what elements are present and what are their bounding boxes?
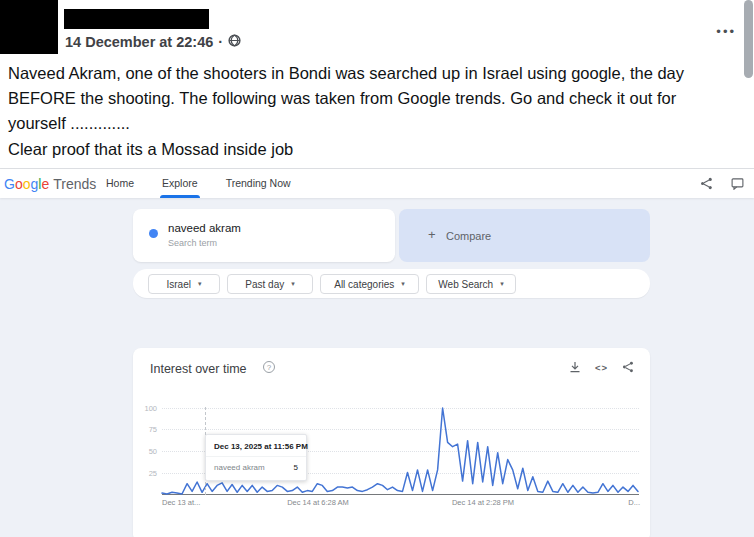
y-tick-label: 50 [135, 447, 157, 456]
nav-home[interactable]: Home [92, 169, 148, 198]
x-tick-label: D... [628, 498, 640, 507]
meta-separator: · [218, 34, 223, 50]
trends-header: Google Trends Home Explore Trending Now [0, 169, 754, 198]
feedback-icon[interactable] [731, 177, 744, 190]
filter-region-dropdown[interactable]: Israel ▾ [148, 274, 220, 294]
share-icon[interactable] [622, 361, 634, 373]
plus-icon: + [428, 227, 436, 242]
post-text-line: BEFORE the shooting. The following was t… [8, 86, 740, 111]
chevron-down-icon: ▾ [401, 280, 405, 288]
trends-body: naveed akram Search term + Compare Israe… [0, 198, 754, 537]
filter-time-dropdown[interactable]: Past day ▾ [227, 274, 313, 294]
tooltip-term: naveed akram [214, 463, 265, 472]
logo-product-name: Trends [53, 176, 96, 192]
help-icon[interactable]: ? [263, 361, 275, 373]
chevron-down-icon: ▾ [291, 280, 295, 288]
post-timestamp[interactable]: 14 December at 22:46 [65, 34, 213, 50]
tooltip-date: Dec 13, 2025 at 11:56 PM [206, 435, 306, 457]
avatar[interactable] [0, 0, 58, 54]
nav-explore-label: Explore [162, 177, 198, 189]
chart-card-icons: <> [569, 361, 634, 373]
trends-header-icons [700, 169, 744, 198]
nav-trending-now-label: Trending Now [226, 177, 291, 189]
post-text-paragraph-2: Clear proof that its a Mossad inside job [8, 137, 740, 162]
nav-explore[interactable]: Explore [148, 169, 212, 198]
y-tick-label: 100 [135, 404, 157, 413]
logo-letter: g [30, 176, 38, 192]
x-tick-label: Dec 14 at 2:28 PM [438, 498, 528, 507]
add-comparison-button[interactable]: + Compare [399, 209, 650, 262]
search-term-sublabel: Search term [168, 238, 217, 248]
post-options-button[interactable]: ••• [712, 20, 740, 43]
post-text-paragraph-1: Naveed Akram, one of the shooters in Bon… [8, 61, 740, 136]
nav-home-label: Home [106, 177, 134, 189]
post-text-line: yourself ............. [8, 111, 740, 136]
x-tick-label: Dec 14 at 6:28 AM [273, 498, 363, 507]
filter-category-dropdown[interactable]: All categories ▾ [320, 274, 419, 294]
embed-icon[interactable]: <> [595, 362, 608, 373]
logo-letter: o [15, 176, 23, 192]
x-tick-label: Dec 13 at... [162, 498, 200, 507]
chevron-down-icon: ▾ [500, 280, 504, 288]
chart-tooltip: Dec 13, 2025 at 11:56 PM naveed akram 5 [205, 434, 307, 481]
scrollbar-thumb[interactable] [744, 0, 753, 78]
y-tick-label: 75 [135, 425, 157, 434]
filters-bar: Israel ▾ Past day ▾ All categories ▾ Web… [133, 269, 650, 298]
privacy-public-icon [228, 34, 241, 50]
post-text-line: Naveed Akram, one of the shooters in Bon… [8, 61, 740, 86]
logo-letter: o [23, 176, 31, 192]
nav-trending-now[interactable]: Trending Now [212, 169, 305, 198]
post-meta: 14 December at 22:46 · [65, 33, 241, 50]
filter-search-type-dropdown[interactable]: Web Search ▾ [426, 274, 516, 294]
google-trends-screenshot: Google Trends Home Explore Trending Now [0, 168, 754, 537]
filter-search-type-label: Web Search [438, 279, 493, 290]
screenshot-root: 14 December at 22:46 · ••• Naveed Akram,… [0, 0, 754, 537]
filter-time-label: Past day [245, 279, 284, 290]
search-term-card[interactable]: naveed akram Search term [133, 209, 395, 262]
filter-region-label: Israel [167, 279, 191, 290]
download-icon[interactable] [569, 361, 581, 373]
search-term-value: naveed akram [168, 222, 241, 234]
logo-letter: e [41, 176, 49, 192]
chevron-down-icon: ▾ [198, 280, 202, 288]
interest-over-time-card: Interest over time ? <> [133, 348, 650, 537]
card-title: Interest over time [150, 362, 247, 376]
filter-category-label: All categories [334, 279, 394, 290]
series-color-dot [149, 229, 158, 238]
share-icon[interactable] [700, 177, 713, 190]
tooltip-value: 5 [294, 463, 298, 472]
x-axis-labels: Dec 13 at... Dec 14 at 6:28 AM Dec 14 at… [133, 498, 650, 510]
y-tick-label: 25 [135, 469, 157, 478]
trends-nav: Home Explore Trending Now [92, 169, 305, 198]
logo-letter: G [4, 176, 15, 192]
google-trends-logo[interactable]: Google Trends [4, 169, 96, 198]
author-name-redacted[interactable] [64, 9, 209, 29]
compare-label: Compare [446, 230, 491, 242]
